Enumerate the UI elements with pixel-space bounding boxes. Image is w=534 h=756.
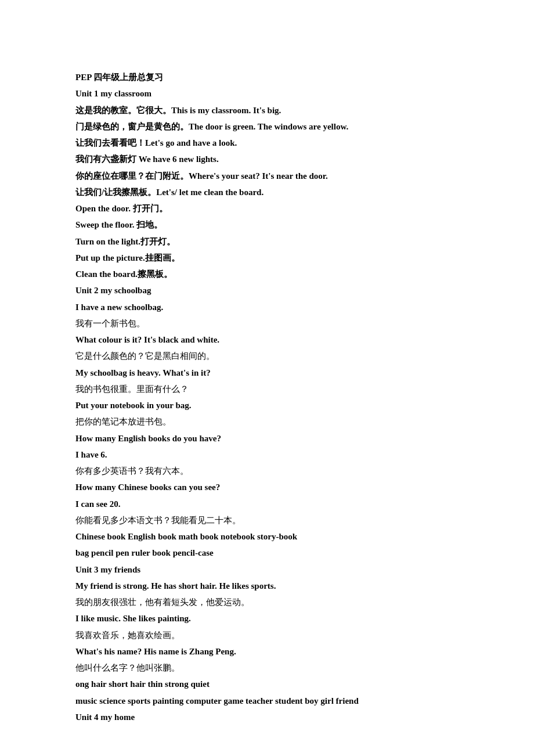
text-line-33: I like music. She likes painting. [75, 611, 459, 626]
text-line-23: I have 6. [75, 447, 459, 462]
text-line-8: Open the door. 打开门。 [75, 201, 459, 216]
text-line-24: 你有多少英语书？我有六本。 [75, 463, 459, 478]
text-line-7: 让我们/让我擦黑板。Let's/ let me clean the board. [75, 185, 459, 200]
text-line-20: Put your notebook in your bag. [75, 398, 459, 413]
text-line-27: 你能看见多少本语文书？我能看见二十本。 [75, 513, 459, 528]
text-line-29: bag pencil pen ruler book pencil-case [75, 545, 459, 560]
text-line-2: 这是我的教室。它很大。This is my classroom. It's bi… [75, 103, 459, 118]
text-line-11: Put up the picture.挂图画。 [75, 250, 459, 265]
text-line-31: My friend is strong. He has short hair. … [75, 578, 459, 593]
text-line-10: Turn on the light.打开灯。 [75, 234, 459, 249]
text-line-32: 我的朋友很强壮，他有着短头发，他爱运动。 [75, 595, 459, 610]
text-line-3: 门是绿色的，窗户是黄色的。The door is green. The wind… [75, 119, 459, 134]
text-line-17: 它是什么颜色的？它是黑白相间的。 [75, 348, 459, 363]
text-line-6: 你的座位在哪里？在门附近。Where's your seat? It's nea… [75, 168, 459, 183]
main-content: PEP 四年级上册总复习Unit 1 my classroom这是我的教室。它很… [75, 70, 459, 725]
text-line-15: 我有一个新书包。 [75, 316, 459, 331]
text-line-39: Unit 4 my home [75, 710, 459, 725]
text-line-30: Unit 3 my friends [75, 562, 459, 577]
text-line-16: What colour is it? It's black and white. [75, 332, 459, 347]
text-line-18: My schoolbag is heavy. What's in it? [75, 365, 459, 380]
text-line-38: music science sports painting computer g… [75, 693, 459, 708]
text-line-22: How many English books do you have? [75, 431, 459, 446]
text-line-35: What's his name? His name is Zhang Peng. [75, 644, 459, 659]
text-line-36: 他叫什么名字？他叫张鹏。 [75, 660, 459, 675]
text-line-25: How many Chinese books can you see? [75, 480, 459, 495]
text-line-21: 把你的笔记本放进书包。 [75, 414, 459, 429]
text-line-14: I have a new schoolbag. [75, 300, 459, 315]
text-line-13: Unit 2 my schoolbag [75, 283, 459, 298]
text-line-28: Chinese book English book math book note… [75, 529, 459, 544]
text-line-9: Sweep the floor. 扫地。 [75, 217, 459, 232]
text-line-1: Unit 1 my classroom [75, 86, 459, 101]
text-line-12: Clean the board.擦黑板。 [75, 267, 459, 282]
text-line-34: 我喜欢音乐，她喜欢绘画。 [75, 628, 459, 643]
text-line-26: I can see 20. [75, 496, 459, 512]
text-line-19: 我的书包很重。里面有什么？ [75, 381, 459, 397]
text-line-37: ong hair short hair thin strong quiet [75, 676, 459, 692]
text-line-5: 我们有六盏新灯 We have 6 new lights. [75, 152, 459, 167]
text-line-0: PEP 四年级上册总复习 [75, 70, 459, 85]
text-line-4: 让我们去看看吧！Let's go and have a look. [75, 135, 459, 150]
